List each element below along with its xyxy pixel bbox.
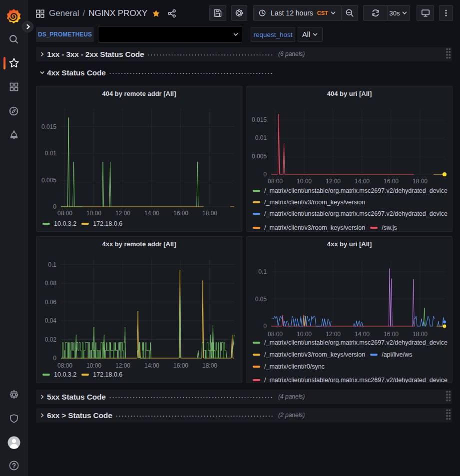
svg-text:0.015: 0.015 <box>41 123 56 130</box>
svg-text:16:00: 16:00 <box>173 210 188 217</box>
svg-text:0.005: 0.005 <box>252 153 267 160</box>
svg-text:12:00: 12:00 <box>326 331 341 338</box>
svg-text:0.02: 0.02 <box>45 336 57 343</box>
svg-text:12:00: 12:00 <box>115 210 130 217</box>
svg-text:0.01: 0.01 <box>45 150 57 157</box>
svg-text:08:00: 08:00 <box>57 362 72 369</box>
svg-text:08:00: 08:00 <box>268 331 283 338</box>
svg-text:0: 0 <box>263 323 267 330</box>
svg-text:18:00: 18:00 <box>202 210 217 217</box>
svg-text:18:00: 18:00 <box>202 362 217 369</box>
svg-text:0.05: 0.05 <box>255 296 267 303</box>
svg-text:0.01: 0.01 <box>255 134 267 141</box>
svg-text:0.005: 0.005 <box>41 177 56 184</box>
svg-text:0.015: 0.015 <box>252 116 267 123</box>
svg-text:0.06: 0.06 <box>45 299 57 306</box>
svg-text:16:00: 16:00 <box>384 178 399 185</box>
svg-text:14:00: 14:00 <box>144 210 159 217</box>
svg-text:08:00: 08:00 <box>57 210 72 217</box>
svg-text:0.1: 0.1 <box>258 268 267 275</box>
svg-text:12:00: 12:00 <box>115 362 130 369</box>
svg-text:14:00: 14:00 <box>144 362 159 369</box>
svg-text:0: 0 <box>53 203 56 210</box>
svg-text:14:00: 14:00 <box>355 178 370 185</box>
svg-text:10:00: 10:00 <box>297 331 312 338</box>
svg-text:18:00: 18:00 <box>413 331 428 338</box>
svg-text:10:00: 10:00 <box>86 362 101 369</box>
svg-text:08:00: 08:00 <box>268 178 283 185</box>
svg-text:10:00: 10:00 <box>297 178 312 185</box>
svg-text:14:00: 14:00 <box>355 331 370 338</box>
svg-text:12:00: 12:00 <box>326 178 341 185</box>
svg-text:0.08: 0.08 <box>45 280 57 287</box>
svg-text:16:00: 16:00 <box>173 362 188 369</box>
svg-text:0: 0 <box>53 355 56 362</box>
svg-text:16:00: 16:00 <box>384 331 399 338</box>
svg-text:18:00: 18:00 <box>413 178 428 185</box>
svg-text:0: 0 <box>263 171 267 178</box>
svg-text:0.1: 0.1 <box>48 261 56 268</box>
svg-text:0.04: 0.04 <box>45 317 57 324</box>
svg-text:10:00: 10:00 <box>86 210 101 217</box>
